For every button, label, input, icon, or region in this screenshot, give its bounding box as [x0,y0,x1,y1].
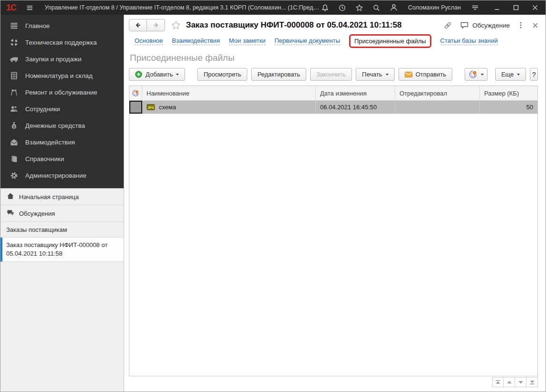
view-button[interactable]: Просмотреть [197,68,247,81]
help-button[interactable]: ? [530,68,538,81]
sidebar-item-purchases-sales[interactable]: Закупки и продажи [0,51,124,67]
nav-link-my-notes[interactable]: Мои заметки [229,37,265,45]
form-nav-links: Основное Взаимодействия Мои заметки Перв… [124,33,546,49]
caret-down-icon [176,74,179,76]
edit-button[interactable]: Редактировать [251,68,306,81]
sidebar-item-label: Заказы поставщикам [6,226,67,233]
sidebar-item-employees[interactable]: Сотрудники [0,101,124,117]
sidebar-item-label: Взаимодействия [25,139,75,146]
cell-modified[interactable]: 06.04.2021 16:45:50 [316,101,395,114]
attachments-table: Наименование Дата изменения Отредактиров… [129,86,538,376]
open-windows-panel: Начальная страница Обсуждения Заказы пос… [0,188,124,392]
table-row[interactable]: JPG схема 06.04.2021 16:45:50 50 [129,101,537,114]
user-name[interactable]: Соломахин Руслан [408,4,461,11]
sidebar: Главное Техническая поддержка Закупки и … [0,15,124,392]
scroll-up-button[interactable] [504,377,515,387]
file-jpg-icon: JPG [146,104,155,111]
column-header-edited-by[interactable]: Отредактировал [395,86,480,100]
maximize-button[interactable] [510,2,522,13]
service-menu-icon [471,3,479,12]
caret-down-icon [386,74,389,76]
sidebar-item-tech-support[interactable]: Техническая поддержка [0,34,124,51]
search-button[interactable] [371,2,382,13]
sidebar-item-repair-maintenance[interactable]: Ремонт и обслуживание [0,84,124,101]
sidebar-item-label: Техническая поддержка [25,39,97,46]
sidebar-item-supplier-orders[interactable]: Заказы поставщикам [0,222,124,238]
close-form-button[interactable] [532,22,539,29]
main-menu-button[interactable] [24,2,35,13]
scroll-down-button[interactable] [515,377,526,387]
close-window-button[interactable] [529,2,541,13]
back-button[interactable] [129,19,147,31]
notifications-button[interactable] [320,2,331,13]
nav-link-kb-articles[interactable]: Статьи базы знаний [440,37,498,45]
cell-size[interactable]: 50 [480,101,537,114]
table-scroll-buttons [124,377,538,387]
send-button-label: Отправить [416,71,446,78]
edit-button-label: Редактировать [257,71,300,78]
user-button[interactable] [388,2,400,13]
service-menu-button[interactable] [469,2,481,13]
edo-sign-button[interactable] [465,68,488,81]
column-header-name[interactable]: Наименование [142,86,316,100]
print-button[interactable]: Печать [356,68,395,81]
view-button-label: Просмотреть [204,71,241,78]
mail-icon [9,138,19,147]
send-button[interactable]: Отправить [399,68,452,81]
forward-button[interactable] [147,19,165,31]
scroll-top-icon [495,380,501,385]
home-icon [6,192,15,201]
history-icon [338,4,346,12]
favorites-button[interactable] [354,2,365,13]
sidebar-item-nomenclature-warehouse[interactable]: Номенклатура и склад [0,67,124,84]
sidebar-item-administration[interactable]: Администрирование [0,167,124,184]
nav-link-interactions[interactable]: Взаимодействия [172,37,220,45]
forward-arrow-icon [152,21,160,29]
favorite-star-button[interactable] [171,20,181,30]
history-button[interactable] [337,2,348,13]
sidebar-item-references[interactable]: Справочники [0,151,124,167]
form-menu-button[interactable] [517,21,524,29]
sidebar-item-interactions[interactable]: Взаимодействия [0,134,124,151]
titlebar: 1С Управление IT-отделом 8 / Управление … [0,0,546,15]
minimize-button[interactable] [491,2,503,13]
table-empty-area[interactable] [129,114,537,376]
sidebar-item-active-order[interactable]: Заказ поставщику НФИТ-000008 от 05.04.20… [0,238,124,262]
nav-link-main[interactable]: Основное [135,37,163,45]
cell-edited-by[interactable] [395,101,480,114]
cabinet-icon [9,71,19,80]
gear-icon [9,171,19,180]
sidebar-item-main[interactable]: Главное [0,18,124,34]
sidebar-item-discussions[interactable]: Обсуждения [0,205,124,222]
table-header: Наименование Дата изменения Отредактиров… [129,86,537,101]
nav-link-primary-documents[interactable]: Первичные документы [274,37,340,45]
copy-link-button[interactable] [443,21,452,30]
minimize-icon [494,4,500,11]
more-button[interactable]: Еще [495,68,526,81]
section-title: Присоединенные файлы [130,53,546,63]
sidebar-item-home[interactable]: Начальная страница [0,189,124,205]
truck-icon [9,55,19,64]
add-button[interactable]: Добавить [129,68,185,81]
svg-text:JPG: JPG [147,106,154,109]
scroll-top-button[interactable] [492,377,504,387]
sidebar-item-money[interactable]: $ Денежные средства [0,117,124,134]
column-header-size[interactable]: Размер (КБ) [480,86,537,100]
column-header-edo-sign[interactable] [129,86,142,100]
nav-link-attached-files[interactable]: Присоединенные файлы [354,38,426,45]
moneybag-icon: $ [9,121,19,130]
caret-down-icon [517,74,520,76]
cell-name[interactable]: JPG схема [142,101,316,114]
page-title: Заказ поставщику НФИТ-000008 от 05.04.20… [186,20,401,30]
current-cell-marker[interactable] [129,101,142,114]
column-header-modified[interactable]: Дата изменения [316,86,395,100]
discussion-button[interactable]: Обсуждение [460,21,510,29]
window-title: Управление IT-отделом 8 / Управление IT-… [45,4,320,11]
sidebar-item-label: Заказ поставщику НФИТ-000008 от 05.04.20… [6,241,119,258]
discussion-icon [460,21,469,29]
books-icon [9,154,19,163]
sidebar-item-label: Начальная страница [19,193,79,201]
scroll-bottom-button[interactable] [526,377,538,387]
discussion-label: Обсуждение [472,22,510,29]
scroll-down-icon [518,380,524,384]
